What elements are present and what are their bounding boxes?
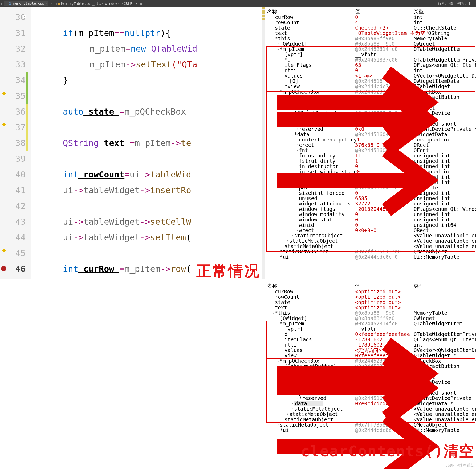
col-type[interactable]: 类型 (414, 9, 474, 14)
line-number[interactable]: 31 (0, 25, 26, 41)
col-value[interactable]: 值 (355, 9, 414, 14)
expand-icon[interactable]: › (296, 228, 299, 233)
expand-icon[interactable]: › (291, 233, 294, 238)
[interactable]: 名称 (267, 9, 355, 14)
line-number[interactable]: 32 (0, 41, 26, 57)
variable-name: state (275, 25, 290, 30)
code-token: QTableWid (146, 44, 197, 54)
variable-row[interactable]: rowCount4int (266, 20, 476, 25)
variable-row[interactable]: ›staticMetaObject<Value unavailable erro… (266, 244, 476, 249)
variable-row[interactable]: ›[QWidget]@0x8ba88ff9e0QWidget (266, 41, 476, 46)
line-number[interactable]: 43 (0, 214, 26, 230)
line-number[interactable]: 45 (0, 245, 26, 261)
col-name[interactable]: 名称 (267, 283, 355, 288)
variable-row[interactable]: ›*ui@0x2444cdc6cf0Ui::MemoryTable (266, 254, 476, 260)
line-number[interactable]: 33 (0, 57, 26, 72)
code-token: QString (63, 138, 104, 148)
variable-name: curRow (275, 14, 293, 20)
variable-name: staticMetaObject (280, 249, 328, 254)
back-icon[interactable]: ◂ (55, 2, 57, 6)
expand-icon[interactable]: ⌄ (277, 321, 279, 326)
expand-icon[interactable]: ⌄ (272, 36, 275, 41)
variable-type: QMetaObject (414, 249, 474, 254)
code-token: rowCount (78, 169, 124, 180)
breadcrumb-function[interactable]: MemoryTable::on_bt… (61, 2, 101, 6)
expand-icon[interactable]: › (277, 249, 279, 254)
expand-icon[interactable]: › (277, 41, 279, 46)
variable-type: Qt::CheckState (414, 25, 474, 30)
variable-value: 0 (355, 14, 414, 20)
variable-type: MemoryTable (414, 36, 474, 41)
variable-value: @0x24452314fc0 (355, 46, 414, 52)
variable-row[interactable]: ›wrect0x0+0+0QRect (266, 228, 476, 233)
line-number[interactable]: 30− (0, 10, 26, 25)
code-editor[interactable]: if(m_pItem==nullptr){ m_pItem=new QTable… (31, 7, 266, 279)
line-number[interactable]: 37 (0, 120, 26, 135)
variable-row[interactable]: stateChecked (2)Qt::CheckState (266, 25, 476, 30)
code-token: -> (171, 138, 181, 148)
variable-row[interactable]: ⌄*m_pItem@0x24452314fc0QTableWidgetItem (266, 46, 476, 52)
variable-type: QTableWidgetItem (414, 46, 474, 52)
code-token: int (63, 169, 78, 180)
expand-icon[interactable]: ⌄ (277, 46, 279, 52)
minimap[interactable] (262, 7, 265, 279)
expand-icon[interactable]: › (277, 316, 279, 321)
expand-icon[interactable]: ⌄ (272, 310, 275, 316)
app-icon: ▸ (1, 2, 3, 6)
top-bar: ▸ ⧉ memorytable.cpp × ◂ ● MemoryTable::o… (0, 0, 476, 7)
line-number[interactable]: 42 (0, 198, 26, 214)
variable-row[interactable]: ›staticMetaObject@0x7ff7358117a0QMetaObj… (266, 249, 476, 254)
variable-row[interactable]: ⌄*this@0x8ba88ff9e0MemoryTable (266, 36, 476, 41)
split-icon[interactable]: ⊞ (140, 2, 142, 6)
col-type[interactable]: 类型 (414, 283, 474, 288)
variable-row[interactable]: text<optimized out> (266, 305, 476, 310)
variable-row[interactable]: [vptr]__vfptr (266, 52, 476, 57)
variable-row[interactable]: state<optimized out> (266, 300, 476, 305)
code-token: curRow (78, 264, 119, 274)
variable-row[interactable]: ›[QWidget]@0x8ba88ff9e0QWidget (266, 316, 476, 321)
file-tab[interactable]: ⧉ memorytable.cpp (4, 1, 48, 6)
variable-row[interactable]: curRow<optimized out> (266, 289, 476, 294)
line-number[interactable]: 36 (0, 104, 26, 120)
variable-name: staticMetaObject (294, 233, 343, 238)
breakpoint-icon[interactable] (1, 266, 6, 271)
variable-row[interactable]: rowCount<optimized out> (266, 294, 476, 300)
variable-value: @0x2444cdc6cf0 (355, 254, 414, 260)
expand-icon[interactable]: › (286, 238, 289, 244)
code-token: state (83, 107, 119, 117)
code-token: m_pItem (124, 264, 160, 274)
variable-value: Checked (2) (355, 25, 414, 30)
variable-row[interactable]: ›staticMetaObject<Value unavailable erro… (266, 233, 476, 238)
expand-icon[interactable]: › (282, 244, 284, 249)
code-token: m_pItem (135, 138, 171, 148)
col-value[interactable]: 值 (355, 283, 414, 288)
fold-icon[interactable]: − (23, 15, 26, 18)
code-token: -> (125, 59, 136, 70)
variable-row[interactable]: curRow0int (266, 14, 476, 20)
variable-value: @0x8ba88ff9e0 (355, 41, 414, 46)
expand-icon[interactable]: › (277, 254, 279, 260)
line-number[interactable]: 38 (0, 135, 26, 151)
line-number[interactable]: 39 (0, 151, 26, 167)
variable-row[interactable]: ›staticMetaObject<Value unavailable erro… (266, 238, 476, 244)
variable-name: curRow (275, 289, 293, 294)
code-token: -> (160, 264, 171, 274)
line-number[interactable]: 40 (0, 167, 26, 183)
code-token: setCellW (150, 217, 191, 227)
line-number[interactable]: 34 (0, 72, 26, 88)
line-number[interactable]: 41 (0, 183, 26, 198)
code-token: if (63, 28, 73, 38)
line-number[interactable]: 44 (0, 230, 26, 245)
line-number[interactable]: 46 (0, 261, 26, 277)
menu-icon[interactable]: ⫶ (473, 2, 475, 6)
change-bar (26, 88, 28, 104)
code-token: m_pItem (89, 59, 125, 70)
line-number[interactable]: 35 (0, 88, 26, 104)
variable-row[interactable]: text"QTableWidgetItem 不为空"QString (266, 30, 476, 36)
line-ending[interactable]: Windows (CRLF) (105, 2, 134, 6)
dropdown-icon[interactable]: ▾ (135, 2, 137, 6)
code-token: auto (63, 107, 83, 117)
variable-row[interactable]: ⌄*m_pItem@0x24452314fc0QTableWidgetItem (266, 321, 476, 326)
dropdown-icon[interactable]: ▾ (102, 2, 104, 6)
variable-row[interactable]: ⌄*this@0x8ba88ff9e0MemoryTable (266, 310, 476, 316)
